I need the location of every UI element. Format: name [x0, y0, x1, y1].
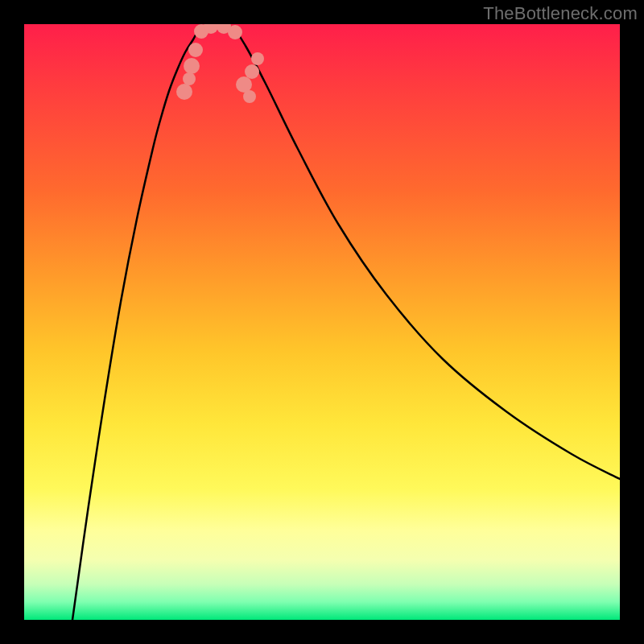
chart-frame	[24, 24, 620, 620]
curve-marker	[245, 64, 259, 79]
curve-marker	[183, 72, 196, 85]
bottleneck-curve	[72, 24, 620, 620]
curve-marker	[243, 90, 256, 103]
curve-marker	[251, 52, 264, 65]
curve-marker	[184, 58, 200, 74]
curve-marker	[228, 25, 242, 39]
watermark-text: TheBottleneck.com	[483, 3, 638, 24]
curve-marker	[188, 43, 203, 57]
optimal-zone-markers	[176, 24, 264, 103]
curve-marker	[176, 84, 192, 100]
bottleneck-curve-chart	[24, 24, 620, 620]
